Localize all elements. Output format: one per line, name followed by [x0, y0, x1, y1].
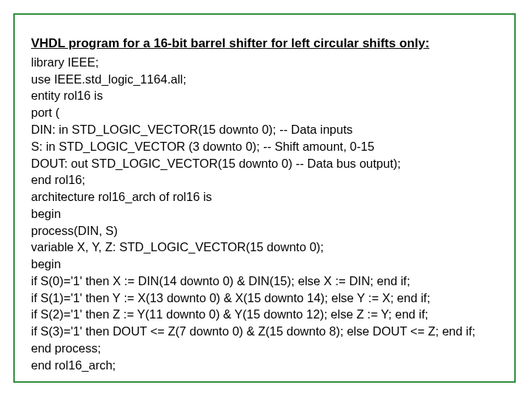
- code-line: if S(0)='1' then X := DIN(14 downto 0) &…: [31, 273, 498, 290]
- code-line: DIN: in STD_LOGIC_VECTOR(15 downto 0); -…: [31, 121, 498, 138]
- code-line: end rol16_arch;: [31, 357, 498, 374]
- code-line: if S(2)='1' then Z := Y(11 downto 0) & Y…: [31, 306, 498, 323]
- code-line: DOUT: out STD_LOGIC_VECTOR(15 downto 0) …: [31, 155, 498, 172]
- code-line: begin: [31, 205, 498, 222]
- code-line: architecture rol16_arch of rol16 is: [31, 188, 498, 205]
- code-line: if S(3)='1' then DOUT <= Z(7 downto 0) &…: [31, 323, 498, 340]
- code-line: port (: [31, 104, 498, 121]
- code-line: if S(1)='1' then Y := X(13 downto 0) & X…: [31, 290, 498, 307]
- code-line: S: in STD_LOGIC_VECTOR (3 downto 0); -- …: [31, 138, 498, 155]
- code-line: begin: [31, 256, 498, 273]
- code-box: VHDL program for a 16-bit barrel shifter…: [13, 13, 516, 383]
- title: VHDL program for a 16-bit barrel shifter…: [31, 35, 498, 52]
- code-line: use IEEE.std_logic_1164.all;: [31, 71, 498, 88]
- code-line: variable X, Y, Z: STD_LOGIC_VECTOR(15 do…: [31, 239, 498, 256]
- code-line: library IEEE;: [31, 54, 498, 71]
- code-line: end rol16;: [31, 171, 498, 188]
- content-area: VHDL program for a 16-bit barrel shifter…: [15, 15, 514, 381]
- code-line: process(DIN, S): [31, 222, 498, 239]
- code-line: end process;: [31, 340, 498, 357]
- code-line: entity rol16 is: [31, 87, 498, 104]
